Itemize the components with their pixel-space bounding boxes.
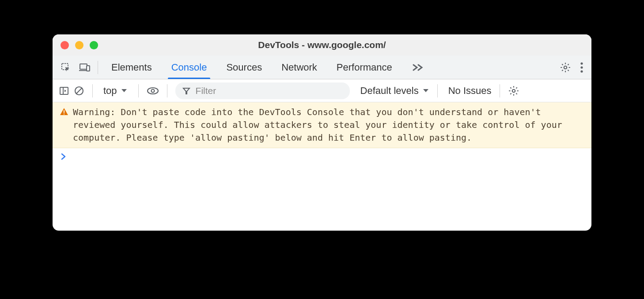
log-levels-label: Default levels (360, 85, 419, 97)
device-toolbar-icon[interactable] (79, 62, 91, 73)
clear-console-icon[interactable] (74, 86, 84, 96)
chevron-down-icon (422, 88, 429, 93)
svg-line-11 (76, 88, 82, 93)
tab-network[interactable]: Network (272, 56, 327, 79)
more-options-icon[interactable] (580, 62, 583, 73)
svg-point-5 (580, 62, 583, 64)
prompt-chevron-icon (61, 153, 67, 161)
svg-point-12 (148, 88, 158, 94)
console-settings-icon[interactable] (508, 85, 519, 97)
tab-elements[interactable]: Elements (102, 56, 162, 79)
tab-console[interactable]: Console (162, 56, 217, 79)
divider (500, 84, 500, 97)
console-prompt[interactable] (53, 148, 591, 165)
context-selector[interactable]: top (101, 85, 130, 97)
svg-point-4 (564, 66, 567, 69)
tabs-bar: Elements Console Sources Network Perform… (53, 56, 591, 79)
console-output: Warning: Don't paste code into the DevTo… (53, 102, 591, 231)
divider (98, 61, 98, 74)
warning-icon (60, 107, 68, 144)
svg-point-13 (151, 89, 154, 92)
filter-field[interactable] (175, 82, 350, 99)
devtools-window: DevTools - www.google.com/ Elements Con (53, 34, 591, 231)
svg-rect-3 (87, 66, 90, 71)
live-expression-icon[interactable] (147, 86, 159, 95)
divider (437, 84, 438, 97)
svg-point-14 (512, 89, 515, 92)
svg-point-6 (580, 66, 583, 68)
filter-input[interactable] (196, 86, 343, 96)
issues-button[interactable]: No Issues (448, 85, 492, 97)
traffic-lights (61, 41, 98, 49)
tab-performance[interactable]: Performance (327, 56, 402, 79)
svg-rect-1 (80, 64, 87, 69)
toggle-sidebar-icon[interactable] (59, 86, 69, 96)
minimize-window-button[interactable] (75, 41, 83, 49)
window-title: DevTools - www.google.com/ (258, 40, 386, 50)
divider (92, 84, 93, 97)
tabs-list: Elements Console Sources Network Perform… (102, 56, 434, 79)
svg-rect-8 (60, 87, 68, 94)
console-warning-row: Warning: Don't paste code into the DevTo… (53, 102, 591, 148)
maximize-window-button[interactable] (90, 41, 98, 49)
console-toolbar: top Default levels No Issues (53, 79, 591, 102)
settings-icon[interactable] (560, 62, 571, 73)
svg-rect-15 (64, 110, 64, 113)
more-tabs-button[interactable] (402, 56, 434, 79)
log-levels-selector[interactable]: Default levels (360, 85, 429, 97)
console-warning-text: Warning: Don't paste code into the DevTo… (73, 106, 583, 144)
titlebar: DevTools - www.google.com/ (53, 34, 591, 56)
tab-sources[interactable]: Sources (216, 56, 272, 79)
svg-point-7 (580, 70, 583, 72)
context-label: top (103, 85, 117, 97)
filter-icon (182, 87, 190, 95)
divider (138, 84, 139, 97)
svg-rect-16 (64, 114, 64, 115)
divider (167, 84, 167, 97)
chevron-down-icon (121, 88, 128, 93)
inspect-element-icon[interactable] (61, 62, 71, 73)
close-window-button[interactable] (61, 41, 69, 49)
